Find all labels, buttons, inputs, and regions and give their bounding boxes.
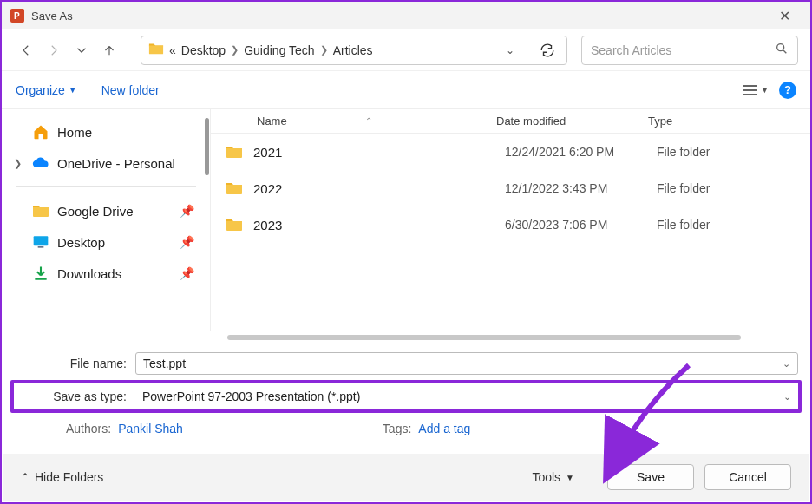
app-icon: P <box>10 9 24 23</box>
sidebar-item-label: Desktop <box>57 235 173 250</box>
sidebar-separator <box>16 186 196 187</box>
file-row[interactable]: 2022 12/1/2022 3:43 PM File folder <box>210 170 810 206</box>
file-row[interactable]: 2021 12/24/2021 6:20 PM File folder <box>210 134 810 170</box>
folder-icon <box>226 216 243 233</box>
tags-label: Tags: <box>383 422 411 435</box>
crumb-guiding-tech[interactable]: Guiding Tech <box>244 43 314 57</box>
sidebar-item-desktop[interactable]: Desktop 📌 <box>9 226 200 258</box>
search-box[interactable] <box>581 36 798 65</box>
header-type[interactable]: Type <box>648 115 810 128</box>
home-icon <box>31 122 50 141</box>
footer: ⌃ Hide Folders Tools ▼ Save Cancel <box>3 454 809 501</box>
sidebar-item-google-drive[interactable]: Google Drive 📌 <box>9 195 200 226</box>
forward-button[interactable] <box>42 38 66 62</box>
filename-row: File name: Test.ppt ⌄ <box>14 350 798 376</box>
chevron-down-icon: ▼ <box>566 473 574 482</box>
hide-folders-button[interactable]: ⌃ Hide Folders <box>21 470 103 484</box>
chevron-down-icon: ▼ <box>761 86 769 95</box>
svg-text:P: P <box>14 11 20 21</box>
sidebar-item-label: Google Drive <box>57 204 173 219</box>
chevron-down-icon: ▼ <box>69 85 77 95</box>
svg-point-2 <box>777 44 784 51</box>
authors-label: Authors: <box>66 422 111 435</box>
chevron-up-icon: ⌃ <box>21 471 29 483</box>
pin-icon[interactable]: 📌 <box>180 266 194 280</box>
file-type: File folder <box>657 145 710 159</box>
savetype-label: Save as type: <box>14 389 135 403</box>
folder-icon <box>31 201 50 220</box>
crumb-articles[interactable]: Articles <box>333 43 373 57</box>
save-button[interactable]: Save <box>607 464 694 490</box>
chevron-down-icon[interactable]: ⌄ <box>783 358 790 370</box>
body-area: Home ❯ OneDrive - Personal Google Drive … <box>2 109 810 342</box>
toolbar: Organize ▼ New folder ▼ ? <box>2 71 810 109</box>
new-folder-button[interactable]: New folder <box>102 83 160 97</box>
highlight-annotation: Save as type: PowerPoint 97-2003 Present… <box>10 380 802 413</box>
navigation-bar: « Desktop ❯ Guiding Tech ❯ Articles ⌄ <box>2 29 810 71</box>
recent-dropdown[interactable] <box>69 38 94 62</box>
breadcrumb[interactable]: « Desktop ❯ Guiding Tech ❯ Articles ⌄ <box>141 36 567 65</box>
tools-dropdown[interactable]: Tools ▼ <box>532 470 574 484</box>
organize-button[interactable]: Organize ▼ <box>16 83 77 97</box>
file-name: 2021 <box>253 145 505 160</box>
sidebar: Home ❯ OneDrive - Personal Google Drive … <box>2 109 210 342</box>
sidebar-item-downloads[interactable]: Downloads 📌 <box>9 258 200 289</box>
horizontal-scrollbar[interactable] <box>227 335 741 340</box>
file-name: 2022 <box>253 181 505 196</box>
up-button[interactable] <box>97 38 121 62</box>
svg-rect-3 <box>34 236 49 245</box>
chevron-right-icon: ❯ <box>231 44 239 56</box>
title-bar: P Save As ✕ <box>2 2 810 29</box>
meta-row: Authors: Pankil Shah Tags: Add a tag <box>14 422 798 435</box>
download-icon <box>31 264 50 283</box>
header-name[interactable]: Name <box>257 115 287 128</box>
sidebar-item-label: Home <box>57 125 194 140</box>
filename-label: File name: <box>14 357 135 370</box>
header-date[interactable]: Date modified <box>496 115 648 128</box>
pin-icon[interactable]: 📌 <box>180 235 194 249</box>
save-form: File name: Test.ppt ⌄ Save as type: Powe… <box>2 342 810 435</box>
window-title: Save As <box>31 10 767 23</box>
file-name: 2023 <box>253 218 505 232</box>
pin-icon[interactable]: 📌 <box>180 204 194 218</box>
folder-icon <box>226 180 243 197</box>
search-input[interactable] <box>591 43 775 57</box>
expand-icon[interactable]: ❯ <box>14 158 24 169</box>
view-mode-button[interactable]: ▼ <box>742 83 769 97</box>
sort-indicator-icon: ⌃ <box>365 116 372 126</box>
refresh-button[interactable] <box>535 38 560 62</box>
cancel-button[interactable]: Cancel <box>704 464 791 490</box>
chevron-right-icon: ❯ <box>320 44 328 56</box>
chevron-down-icon[interactable]: ⌄ <box>783 391 791 403</box>
folder-icon <box>226 143 243 160</box>
sidebar-item-label: Downloads <box>57 266 173 281</box>
cloud-icon <box>31 154 50 173</box>
file-date: 12/1/2022 3:43 PM <box>505 181 657 195</box>
desktop-icon <box>31 232 50 252</box>
filename-input[interactable]: Test.ppt ⌄ <box>135 352 798 375</box>
sidebar-item-home[interactable]: Home <box>9 116 200 147</box>
file-type: File folder <box>657 181 710 195</box>
help-button[interactable]: ? <box>779 82 796 99</box>
file-date: 12/24/2021 6:20 PM <box>505 145 657 159</box>
file-list: Name ⌃ Date modified Type 2021 12/24/202… <box>210 109 810 342</box>
close-button[interactable]: ✕ <box>767 8 802 24</box>
divider <box>210 109 211 331</box>
savetype-dropdown[interactable]: PowerPoint 97-2003 Presentation (*.ppt) … <box>135 385 798 408</box>
sidebar-scrollbar[interactable] <box>205 118 209 175</box>
sidebar-item-onedrive[interactable]: ❯ OneDrive - Personal <box>9 147 200 179</box>
sidebar-item-label: OneDrive - Personal <box>57 156 194 171</box>
authors-value[interactable]: Pankil Shah <box>118 422 183 435</box>
back-button[interactable] <box>14 38 38 62</box>
file-row[interactable]: 2023 6/30/2023 7:06 PM File folder <box>210 206 810 243</box>
crumb-prefix: « <box>169 43 176 57</box>
svg-rect-4 <box>38 246 44 248</box>
file-date: 6/30/2023 7:06 PM <box>505 218 657 232</box>
crumb-desktop[interactable]: Desktop <box>181 43 226 57</box>
tags-value[interactable]: Add a tag <box>418 422 470 435</box>
chevron-down-icon[interactable]: ⌄ <box>506 44 514 56</box>
file-type: File folder <box>657 218 710 232</box>
column-headers: Name ⌃ Date modified Type <box>210 109 810 134</box>
search-icon <box>775 42 789 58</box>
savetype-row: Save as type: PowerPoint 97-2003 Present… <box>14 383 798 409</box>
